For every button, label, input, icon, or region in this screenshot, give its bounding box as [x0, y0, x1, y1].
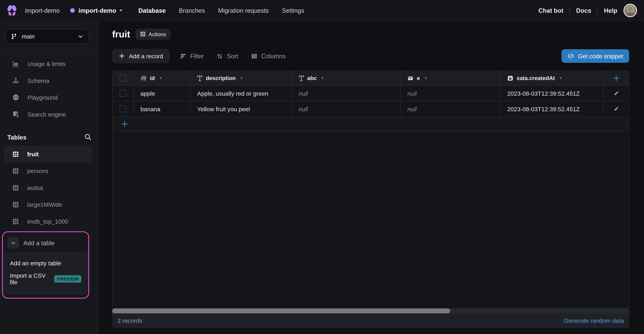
- cell-id[interactable]: banana: [134, 101, 190, 117]
- tab-branches[interactable]: Branches: [179, 7, 205, 14]
- grid-empty-area: [112, 132, 629, 308]
- tab-migration-requests[interactable]: Migration requests: [218, 7, 269, 14]
- sidebar-table-fruit[interactable]: fruit: [4, 146, 92, 162]
- column-menu-icon: ▼: [240, 76, 243, 80]
- add-record-button[interactable]: Add a record: [112, 49, 170, 63]
- cell-created-at[interactable]: 2023-08-03T12:39:52.451Z: [500, 86, 603, 101]
- code-icon: [568, 53, 574, 59]
- menu-item-add-empty-table[interactable]: Add an empty table: [4, 257, 87, 270]
- cell-description[interactable]: Yellow fruit you peel: [190, 101, 292, 117]
- edit-row-button[interactable]: [604, 106, 629, 112]
- column-menu-icon: ▼: [159, 76, 162, 80]
- database-selector[interactable]: import-demo: [78, 7, 123, 14]
- columns-icon: [251, 53, 258, 59]
- cell-abc[interactable]: null: [292, 101, 401, 117]
- divider: [570, 7, 570, 14]
- row-checkbox[interactable]: [120, 90, 126, 97]
- cell-e[interactable]: null: [401, 101, 500, 117]
- workspace-name[interactable]: import-demo: [25, 7, 60, 14]
- table-icon: [12, 167, 19, 174]
- fingerprint-icon: [140, 75, 147, 81]
- actions-button[interactable]: Actions: [135, 28, 170, 39]
- docs-link[interactable]: Docs: [576, 7, 591, 14]
- database-color-dot: [70, 8, 75, 13]
- grid-footer: 2 records Generate random data: [112, 313, 629, 328]
- sidebar-item-search-engine[interactable]: Search engine: [0, 106, 98, 123]
- row-checkbox[interactable]: [120, 105, 126, 112]
- table-icon: [12, 151, 19, 157]
- add-column-button[interactable]: [613, 75, 620, 82]
- sidebar-item-schema[interactable]: Schema: [0, 72, 98, 89]
- chevron-down-icon: [119, 8, 123, 12]
- column-menu-icon: ▼: [424, 76, 427, 80]
- xata-logo[interactable]: [6, 4, 18, 16]
- column-menu-icon: ▼: [321, 76, 324, 80]
- branch-name: main: [22, 33, 73, 39]
- divider: [0, 51, 98, 51]
- add-table-menu: Add an empty table Import a CSV file PRE…: [4, 253, 88, 294]
- branch-selector[interactable]: main: [5, 29, 89, 44]
- filter-button[interactable]: Filter: [180, 52, 204, 59]
- main-content: fruit Actions Add a record: [98, 21, 644, 334]
- sidebar-item-playground[interactable]: Playground: [0, 89, 98, 106]
- help-link[interactable]: Help: [604, 7, 617, 14]
- add-a-table-label: Add a table: [24, 239, 55, 246]
- get-code-snippet-button[interactable]: Get code snippet: [562, 49, 629, 63]
- scrollbar-thumb[interactable]: [112, 309, 450, 313]
- sidebar-item-usage-limits[interactable]: Usage & limits: [0, 55, 98, 72]
- divider: [598, 7, 598, 14]
- cell-created-at[interactable]: 2023-08-03T12:39:52.451Z: [500, 101, 603, 117]
- search-icon[interactable]: [84, 133, 92, 141]
- datetime-icon: [507, 75, 513, 81]
- generate-random-data-link[interactable]: Generate random data: [564, 318, 624, 324]
- sidebar: main Usage & limits: [0, 21, 98, 334]
- column-header-e[interactable]: e ▼: [401, 71, 500, 85]
- cell-id[interactable]: apple: [134, 86, 190, 101]
- user-avatar[interactable]: [624, 4, 637, 17]
- tables-heading: Tables: [8, 134, 26, 141]
- row-checkbox-cell: [112, 101, 134, 117]
- edit-row-button[interactable]: [604, 90, 629, 97]
- row-edit-cell: [604, 101, 629, 117]
- sidebar-table-asdsa[interactable]: asdsa: [4, 179, 92, 196]
- column-header-abc[interactable]: abc ▼: [292, 71, 401, 85]
- plus-icon: [121, 121, 128, 128]
- tables-section-header: Tables: [0, 133, 98, 141]
- tab-settings[interactable]: Settings: [282, 7, 304, 14]
- chevron-down-icon: [78, 33, 83, 39]
- select-all-checkbox[interactable]: [120, 75, 126, 82]
- records-count: 2 records: [118, 318, 142, 324]
- column-header-id[interactable]: id ▼: [134, 71, 190, 85]
- sidebar-table-imdb-top-1000[interactable]: imdb_top_1000: [4, 213, 92, 230]
- title-row: fruit Actions: [112, 28, 629, 40]
- sort-button[interactable]: Sort: [217, 52, 238, 59]
- add-table-highlight: Add a table Add an empty table Import a …: [2, 231, 89, 299]
- column-header-description[interactable]: description ▼: [190, 71, 292, 85]
- preview-badge: PREVIEW: [54, 275, 81, 283]
- cell-e[interactable]: null: [401, 86, 500, 101]
- cell-abc[interactable]: null: [292, 86, 401, 101]
- tab-database[interactable]: Database: [138, 7, 166, 14]
- table-icon: [140, 31, 146, 37]
- sidebar-table-persons[interactable]: persons: [4, 163, 92, 179]
- add-column-cell: [604, 71, 629, 85]
- add-a-table-toggle[interactable]: Add a table: [3, 236, 88, 249]
- column-header-xata-createdat[interactable]: xata.createdAt ▼: [500, 71, 603, 85]
- chart-icon: [12, 60, 19, 67]
- git-branch-icon: [11, 33, 17, 39]
- app-window: import-demo import-demo Database Branche…: [0, 0, 644, 334]
- cell-description[interactable]: Apple, usually red or green: [190, 86, 292, 101]
- chat-bot-link[interactable]: Chat bot: [538, 7, 564, 14]
- horizontal-scrollbar[interactable]: [112, 309, 629, 313]
- pencil-icon: [613, 90, 619, 97]
- sort-icon: [217, 53, 223, 59]
- column-menu-icon: ▼: [559, 76, 562, 80]
- add-row-button[interactable]: [112, 117, 629, 132]
- row-checkbox-cell: [112, 86, 134, 101]
- chevron-button[interactable]: [8, 237, 19, 249]
- menu-item-import-csv[interactable]: Import a CSV file PREVIEW: [4, 270, 87, 288]
- search-engine-icon: [12, 111, 19, 118]
- sidebar-table-large1mwide[interactable]: large1MWide: [4, 196, 92, 213]
- email-icon: [407, 75, 414, 81]
- columns-button[interactable]: Columns: [251, 52, 286, 59]
